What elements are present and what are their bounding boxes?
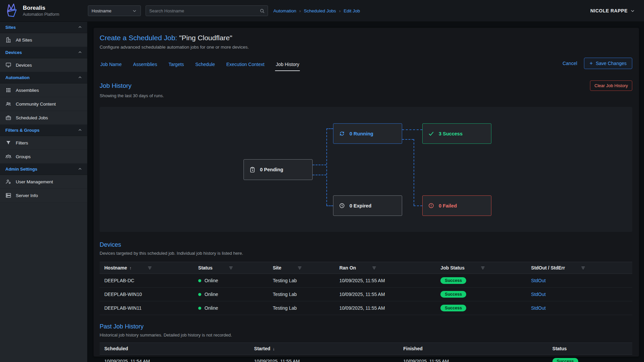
- user-gear-icon: [5, 179, 11, 185]
- sidebar-item-filters[interactable]: Filters: [0, 136, 87, 150]
- devices-heading: Devices: [100, 241, 632, 248]
- online-status-dot: [198, 279, 201, 282]
- sidebar-section-automation[interactable]: Automation: [0, 72, 87, 83]
- flow-connector: [402, 139, 414, 140]
- top-bar: Borealis Automation Platform Hostname Au…: [0, 0, 644, 22]
- stdout-link[interactable]: StdOut: [531, 292, 546, 297]
- sidebar-section-filters-groups[interactable]: Filters & Groups: [0, 125, 87, 136]
- column-header-site[interactable]: Site: [270, 262, 337, 274]
- filter-icon[interactable]: [297, 265, 302, 270]
- column-header-status[interactable]: Status: [550, 343, 632, 355]
- column-label: Hostname: [104, 265, 127, 270]
- brand-subtitle: Automation Platform: [23, 12, 59, 17]
- column-header-scheduled[interactable]: Scheduled: [100, 343, 252, 355]
- tab-targets[interactable]: Targets: [168, 60, 184, 71]
- breadcrumb-link-automation[interactable]: Automation: [273, 8, 296, 13]
- tab-assemblies[interactable]: Assemblies: [132, 60, 158, 71]
- job-status-cell: Success: [438, 301, 528, 315]
- plus-icon: +: [590, 61, 593, 66]
- column-header-finished[interactable]: Finished: [400, 343, 550, 355]
- user-name: NICOLE RAPPE: [590, 8, 628, 13]
- stdout-link[interactable]: StdOut: [531, 278, 546, 283]
- cancel-button[interactable]: Cancel: [562, 61, 577, 66]
- search-icon[interactable]: [259, 8, 265, 14]
- filter-icon[interactable]: [581, 265, 586, 270]
- hostname-select-value: Hostname: [92, 8, 111, 13]
- job-status-cell: Success: [438, 274, 528, 288]
- filter-icon[interactable]: [480, 265, 485, 270]
- sidebar-item-community-content[interactable]: Community Content: [0, 97, 87, 111]
- search-input[interactable]: [149, 8, 259, 13]
- table-row: DEEPLAB-WIN10 Online Testing Lab 10/09/2…: [100, 288, 632, 301]
- sidebar-item-label: Community Content: [16, 102, 56, 107]
- past-job-history-note: Historical job history summaries. Detail…: [100, 333, 632, 338]
- check-icon: [428, 130, 434, 137]
- column-label: Scheduled: [104, 346, 128, 351]
- site-cell: Testing Lab: [270, 301, 337, 315]
- search-box: [146, 5, 268, 16]
- table-row: 10/09/2025, 11:54 AM 10/09/2025, 11:55 A…: [100, 355, 632, 362]
- column-label: Ran On: [339, 265, 356, 270]
- breadcrumb-separator: ›: [299, 8, 301, 13]
- borealis-logo-icon: [4, 3, 19, 18]
- filter-icon[interactable]: [372, 265, 377, 270]
- filter-funnel-icon: [5, 140, 11, 146]
- flow-connector: [326, 128, 333, 129]
- sidebar-item-label: Filters: [16, 140, 28, 145]
- stdout-link[interactable]: StdOut: [531, 305, 546, 311]
- column-label: Job Status: [440, 265, 465, 270]
- building-icon: [5, 37, 11, 43]
- sidebar-section-devices[interactable]: Devices: [0, 47, 87, 58]
- sidebar-item-devices[interactable]: Devices: [0, 58, 87, 72]
- tab-execution-context[interactable]: Execution Context: [226, 60, 265, 71]
- sidebar-item-all-sites[interactable]: All Sites: [0, 33, 87, 47]
- filter-icon[interactable]: [147, 265, 152, 270]
- finished-cell: 10/09/2025, 11:55 AM: [400, 355, 550, 362]
- past-job-history-table: Scheduled Started ↓ Finished Status 10/0…: [100, 343, 632, 362]
- tab-schedule[interactable]: Schedule: [195, 60, 215, 71]
- column-header-job-status[interactable]: Job Status: [438, 262, 528, 274]
- column-header-stdout-stderr[interactable]: StdOut / StdErr: [528, 262, 632, 274]
- sidebar-item-user-management[interactable]: User Management: [0, 175, 87, 189]
- filter-icon[interactable]: [228, 265, 233, 270]
- online-status-dot: [198, 307, 201, 310]
- user-menu[interactable]: NICOLE RAPPE: [590, 8, 635, 13]
- stdout-cell: StdOut: [528, 288, 632, 301]
- job-history-note: Showing the last 30 days of runs.: [100, 93, 632, 98]
- column-header-hostname[interactable]: Hostname ↑: [100, 262, 196, 274]
- tab-bar: Job Name Assemblies Targets Schedule Exe…: [100, 60, 300, 71]
- stdout-cell: StdOut: [528, 301, 632, 315]
- status-cell: Online: [196, 274, 270, 288]
- flow-node-success[interactable]: 3 Success: [422, 123, 491, 144]
- clear-job-history-button[interactable]: Clear Job History: [590, 80, 632, 91]
- sidebar-item-label: Scheduled Jobs: [16, 115, 48, 120]
- flow-node-pending[interactable]: 0 Pending: [244, 159, 313, 180]
- flow-node-failed[interactable]: 0 Failed: [422, 195, 491, 216]
- sidebar-item-server-info[interactable]: Server Info: [0, 189, 87, 202]
- sidebar-section-sites[interactable]: Sites: [0, 22, 87, 33]
- flow-node-expired[interactable]: 0 Expired: [333, 195, 402, 216]
- ran-on-cell: 10/09/2025, 11:55 AM: [337, 301, 438, 315]
- column-header-status[interactable]: Status: [196, 262, 270, 274]
- save-changes-button[interactable]: + Save Changes: [584, 58, 632, 69]
- status-badge: Success: [440, 277, 466, 284]
- sidebar-item-groups[interactable]: Groups: [0, 150, 87, 164]
- tab-job-history[interactable]: Job History: [275, 60, 300, 71]
- job-history-header-row: Job History Clear Job History: [100, 80, 632, 91]
- flow-node-running[interactable]: 0 Running: [333, 123, 402, 144]
- sidebar-item-assemblies[interactable]: Assemblies: [0, 83, 87, 97]
- sidebar-section-label: Admin Settings: [5, 167, 37, 172]
- sidebar-section-label: Sites: [5, 25, 16, 30]
- chevron-down-icon: [630, 8, 635, 13]
- tab-job-name[interactable]: Job Name: [100, 60, 122, 71]
- hostname-select[interactable]: Hostname: [88, 5, 141, 16]
- column-header-ran-on[interactable]: Ran On: [337, 262, 438, 274]
- column-label: Site: [273, 265, 281, 270]
- breadcrumb-link-scheduled-jobs[interactable]: Scheduled Jobs: [304, 8, 336, 13]
- sidebar-section-admin-settings[interactable]: Admin Settings: [0, 164, 87, 175]
- breadcrumb-link-edit-job[interactable]: Edit Job: [343, 8, 360, 13]
- table-row: DEEPLAB-WIN11 Online Testing Lab 10/09/2…: [100, 301, 632, 315]
- sidebar-item-scheduled-jobs[interactable]: Scheduled Jobs: [0, 111, 87, 125]
- clock-icon: [339, 202, 345, 209]
- column-header-started[interactable]: Started ↓: [252, 343, 401, 355]
